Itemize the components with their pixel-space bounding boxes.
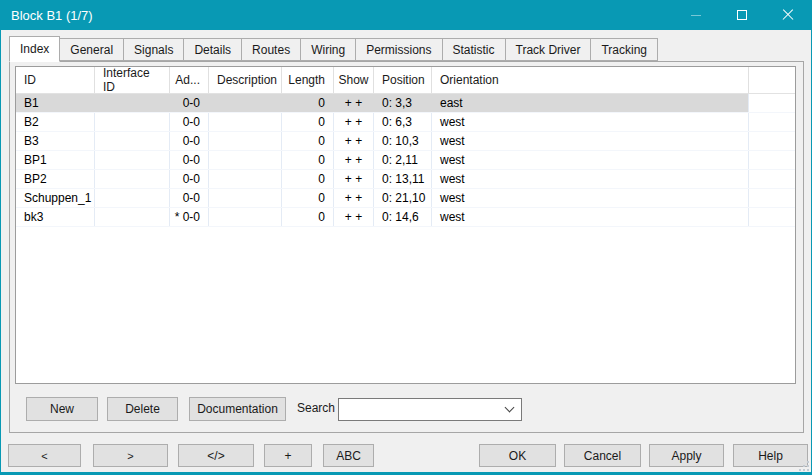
tab-general[interactable]: General xyxy=(60,38,124,61)
cell xyxy=(95,189,170,207)
resize-grip[interactable] xyxy=(807,469,809,471)
tab-statistic[interactable]: Statistic xyxy=(443,38,506,61)
abc-button[interactable]: ABC xyxy=(323,444,374,467)
ok-button[interactable]: OK xyxy=(479,444,556,467)
documentation-button[interactable]: Documentation xyxy=(189,397,286,421)
column-header-Interface ID[interactable]: Interface ID xyxy=(95,67,170,93)
column-header-Orientation[interactable]: Orientation xyxy=(432,67,749,93)
cell xyxy=(749,189,795,207)
help-button[interactable]: Help xyxy=(733,444,808,467)
delete-button[interactable]: Delete xyxy=(107,397,178,421)
cell xyxy=(209,94,282,112)
tab-tracking[interactable]: Tracking xyxy=(591,38,658,61)
cell: west xyxy=(432,132,749,150)
cell: 0 xyxy=(282,113,334,131)
blocks-table: IDInterface IDAd...DescriptionLengthShow… xyxy=(15,66,796,384)
cell: west xyxy=(432,151,749,169)
tab-index[interactable]: Index xyxy=(9,36,60,62)
cell: + + xyxy=(334,132,374,150)
cell: 0-0 xyxy=(170,170,209,188)
column-header-ID[interactable]: ID xyxy=(16,67,95,93)
table-row-B2[interactable]: B20-00+ +0: 6,3west xyxy=(16,113,795,132)
cell: + + xyxy=(334,151,374,169)
cell: 0 xyxy=(282,94,334,112)
chevron-down-icon[interactable] xyxy=(505,403,515,413)
tab-wiring[interactable]: Wiring xyxy=(301,38,356,61)
table-row-B3[interactable]: B30-00+ +0: 10,3west xyxy=(16,132,795,151)
column-header-Description[interactable]: Description xyxy=(209,67,282,93)
dialog-footer: <></>+ABC OKCancelApplyHelp xyxy=(1,444,811,467)
tab-signals[interactable]: Signals xyxy=(124,38,184,61)
table-row-bk3[interactable]: bk3* 0-00+ +0: 14,6west xyxy=(16,208,795,227)
search-input[interactable] xyxy=(339,399,506,420)
tab-routes[interactable]: Routes xyxy=(242,38,301,61)
cell: west xyxy=(432,189,749,207)
next-button[interactable]: > xyxy=(93,444,168,467)
tab-permissions[interactable]: Permissions xyxy=(356,38,442,61)
search-label: Search xyxy=(297,401,335,415)
cell xyxy=(95,151,170,169)
cell: 0 xyxy=(282,170,334,188)
cell: west xyxy=(432,170,749,188)
cell xyxy=(95,208,170,226)
cell xyxy=(749,208,795,226)
cell: 0-0 xyxy=(170,189,209,207)
cell xyxy=(95,170,170,188)
cell xyxy=(749,170,795,188)
table-row-BP2[interactable]: BP20-00+ +0: 13,11west xyxy=(16,170,795,189)
cell: + + xyxy=(334,208,374,226)
cell xyxy=(749,151,795,169)
cell: 0 xyxy=(282,132,334,150)
cell: bk3 xyxy=(16,208,95,226)
table-row-BP1[interactable]: BP10-00+ +0: 2,11west xyxy=(16,151,795,170)
cell xyxy=(749,113,795,131)
cell: 0 xyxy=(282,151,334,169)
cell: 0: 2,11 xyxy=(374,151,432,169)
cell: 0-0 xyxy=(170,94,209,112)
maximize-icon xyxy=(737,10,747,20)
apply-button[interactable]: Apply xyxy=(649,444,724,467)
cell: 0: 21,10 xyxy=(374,189,432,207)
column-header-Length[interactable]: Length xyxy=(282,67,334,93)
cell: Schuppen_1 xyxy=(16,189,95,207)
column-header-Ad...[interactable]: Ad... xyxy=(170,67,209,93)
close-icon xyxy=(782,9,794,21)
cell: + + xyxy=(334,113,374,131)
cancel-button[interactable]: Cancel xyxy=(564,444,641,467)
table-header: IDInterface IDAd...DescriptionLengthShow… xyxy=(16,67,795,94)
cell: 0-0 xyxy=(170,113,209,131)
xml-button[interactable]: </> xyxy=(178,444,254,467)
tab-details[interactable]: Details xyxy=(184,38,242,61)
column-header-Position[interactable]: Position xyxy=(374,67,432,93)
cell xyxy=(95,94,170,112)
cell xyxy=(209,151,282,169)
cell: B1 xyxy=(16,94,95,112)
cell: 0: 6,3 xyxy=(374,113,432,131)
cell xyxy=(209,132,282,150)
minimize-button[interactable] xyxy=(673,0,719,30)
prev-button[interactable]: < xyxy=(8,444,81,467)
cell: west xyxy=(432,113,749,131)
maximize-button[interactable] xyxy=(719,0,765,30)
close-button[interactable] xyxy=(765,0,811,30)
cell: east xyxy=(432,94,749,112)
cell: west xyxy=(432,208,749,226)
index-tab-panel: IDInterface IDAd...DescriptionLengthShow… xyxy=(9,61,804,433)
cell xyxy=(749,132,795,150)
cell: B3 xyxy=(16,132,95,150)
table-row-Schuppen_1[interactable]: Schuppen_10-00+ +0: 21,10west xyxy=(16,189,795,208)
cell xyxy=(209,113,282,131)
table-actions: New Delete Documentation Search xyxy=(10,397,803,423)
cell: * 0-0 xyxy=(170,208,209,226)
table-row-B1[interactable]: B10-00+ +0: 3,3east xyxy=(16,94,795,113)
cell: 0: 10,3 xyxy=(374,132,432,150)
search-combobox[interactable] xyxy=(338,398,522,421)
column-header-Show[interactable]: Show xyxy=(334,67,374,93)
title-bar[interactable]: Block B1 (1/7) xyxy=(1,0,811,30)
column-header-filler[interactable] xyxy=(749,67,795,93)
new-button[interactable]: New xyxy=(26,397,98,421)
tab-track-driver[interactable]: Track Driver xyxy=(506,38,592,61)
block-properties-dialog: Block B1 (1/7) IndexGeneralSignalsDetail… xyxy=(0,0,812,475)
plus-button[interactable]: + xyxy=(264,444,312,467)
cell: 0 xyxy=(282,189,334,207)
